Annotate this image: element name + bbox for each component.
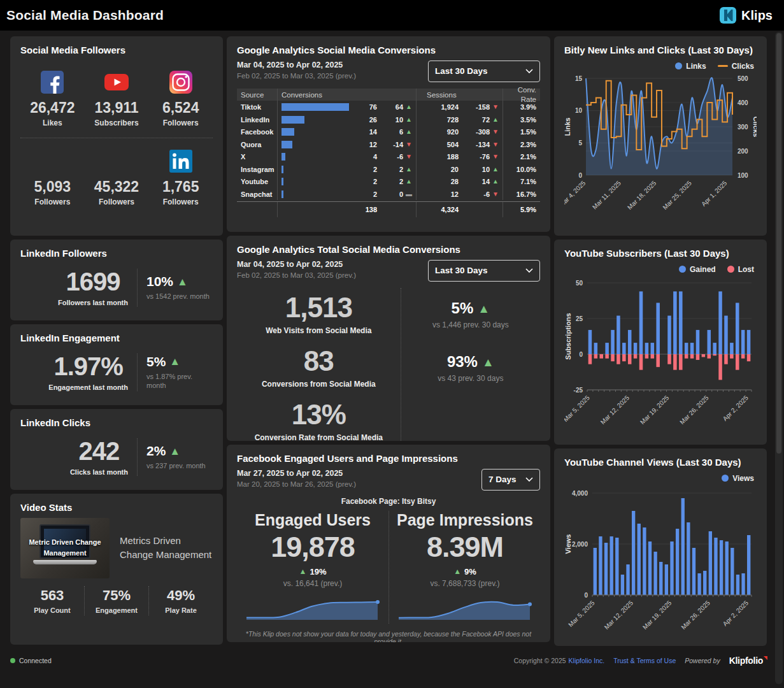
svg-text:Apr 2, 2025: Apr 2, 2025 (722, 394, 750, 422)
divider (137, 269, 138, 306)
delta-value: 5% (452, 299, 474, 317)
trend-arrow-icon: ▼ (492, 154, 499, 160)
facebook-engagement-card: Facebook Engaged Users and Page Impressi… (227, 445, 550, 642)
svg-text:500: 500 (738, 75, 748, 82)
card-title: Video Stats (20, 502, 213, 514)
svg-text:4,000: 4,000 (572, 489, 588, 496)
conversions-bar-cell (278, 125, 353, 138)
svg-text:0: 0 (584, 591, 588, 598)
trend-arrow-icon: ▼ (492, 129, 499, 135)
conversions-value-cell: 12 (353, 138, 381, 151)
svg-text:Links: Links (564, 117, 571, 136)
facebook-page-label: Facebook Page: Itsy Bitsy (237, 497, 540, 506)
youtube-icon (104, 68, 129, 94)
trend-arrow-icon: ▲ (492, 117, 499, 123)
legend-label: Clicks (732, 62, 754, 71)
scrollbar[interactable] (775, 32, 783, 684)
terms-link[interactable]: Trust & Terms of Use (613, 657, 676, 664)
date-range-select[interactable]: Last 30 Days (428, 61, 540, 82)
conversions-value-cell: 2 (353, 163, 381, 176)
follower-tile: 45,322Followers (85, 140, 149, 215)
video-thumbnail[interactable]: Metric Driven Change Management (20, 518, 110, 578)
card-title: YouTube Channel Views (Last 30 Days) (564, 457, 757, 469)
tile-value: 13,911 (94, 99, 138, 117)
source-cell: X (237, 150, 278, 163)
svg-text:15: 15 (575, 75, 583, 82)
source-cell: Instagram (237, 163, 278, 176)
source-cell: Quora (237, 138, 278, 151)
conversions-delta-cell: -14▼ (381, 138, 417, 151)
metric-value: 8.39M (397, 531, 533, 564)
conversions-bar (282, 141, 292, 148)
rate-cell: 1.5% (503, 125, 540, 138)
empty-cell (237, 202, 278, 217)
metric-value: 13% (237, 401, 401, 429)
bitly-card: Bitly New Links and Clicks (Last 30 Days… (554, 36, 767, 236)
rate-cell: 2.3% (503, 138, 540, 151)
video-title: Metrics Driven Change Management (120, 534, 213, 563)
table-row: Quora12-14▼504-134▼2.3% (237, 138, 540, 151)
connected-dot-icon (10, 658, 15, 663)
scrollbar-thumb[interactable] (776, 33, 781, 454)
date-range-select[interactable]: 7 Days (481, 469, 540, 491)
metric-value: 1.97% (48, 354, 128, 379)
sessions-value-cell: 188 (417, 150, 462, 163)
card-title: YouTube Subscribers (Last 30 Days) (564, 248, 757, 260)
svg-text:Clicks: Clicks (752, 117, 757, 137)
gained-bars (588, 291, 751, 354)
metric-value: 19,878 (245, 531, 381, 564)
svg-text:Mar 19, 2025: Mar 19, 2025 (639, 394, 671, 426)
card-title: Facebook Engaged Users and Page Impressi… (237, 453, 540, 465)
source-cell: Tiktok (237, 101, 278, 113)
conversions-bar-cell (278, 150, 353, 163)
col-sessions-header: Sessions (417, 89, 503, 101)
card-title: LinkedIn Engagement (20, 333, 213, 345)
rate-cell: 3.5% (503, 113, 540, 126)
trend-arrow-icon: ▼ (492, 141, 499, 148)
source-cell: Youtube (237, 175, 278, 188)
empty-cell (278, 202, 353, 217)
legend-dot-swatch (679, 266, 686, 273)
table-row: Youtube22▲2814▲7.1% (237, 175, 540, 188)
dashboard-grid: Social Media Followers 26,472Likes13,911… (0, 31, 784, 646)
chart-legend: GainedLost (564, 264, 754, 275)
delta-value: 19% (310, 567, 326, 577)
tile-value: 26,472 (30, 99, 75, 117)
sessions-delta-cell: -134▼ (462, 138, 503, 151)
conversions-delta-cell: 10▲ (381, 113, 417, 126)
sessions-value-cell: 504 (417, 138, 462, 151)
source-cell: Snapchat (237, 188, 278, 201)
comparison-text: vs 1542 prev. month (146, 292, 213, 301)
date-range: Mar 04, 2025 to Apr 02, 2025 (237, 61, 356, 69)
date-range-select[interactable]: Last 30 Days (428, 260, 540, 282)
youtube-subscribers-chart: -2502550SubscriptionsMar 5, 2025Mar 12, … (564, 276, 757, 434)
date-range: Mar 04, 2025 to Apr 02, 2025 (237, 260, 356, 269)
stat-label: Play Rate (149, 606, 213, 614)
table-row: Instagram22▲2010▲10.0% (237, 163, 540, 176)
delta-value: 9% (464, 567, 476, 577)
svg-text:2,000: 2,000 (572, 540, 588, 547)
stat-value: 75% (85, 587, 148, 604)
chart-legend: LinksClicks (564, 61, 754, 72)
ga-totals-card: Google Analytics Total Social Media Conv… (227, 236, 550, 441)
legend-item: Lost (727, 265, 754, 274)
divider (137, 354, 138, 391)
rate-cell: 2.1% (503, 150, 540, 163)
rate-cell: 16.7% (503, 188, 540, 201)
legend-dot-swatch (722, 475, 729, 482)
klipfolio-logo: Klipfolio (729, 656, 767, 666)
date-range: Mar 27, 2025 to Apr 02, 2025 (237, 469, 356, 478)
conversions-delta-cell: -6▼ (381, 150, 417, 163)
klipfolio-inc-link[interactable]: Klipfolio Inc. (569, 657, 605, 664)
sessions-value-cell: 20 (417, 163, 462, 176)
source-cell: LinkedIn (237, 113, 278, 126)
klips-logo-icon (720, 7, 736, 24)
follower-tile: 26,472Likes (20, 61, 85, 136)
follower-tile: 6,524Followers (148, 61, 213, 136)
up-arrow-icon: ▲ (169, 356, 180, 367)
trend-arrow-icon: ▲ (406, 117, 412, 123)
brand-name: Klips (741, 8, 773, 23)
svg-text:10: 10 (575, 107, 583, 114)
tile-value: 5,093 (34, 178, 71, 196)
sessions-delta-cell: 14▲ (462, 175, 503, 188)
